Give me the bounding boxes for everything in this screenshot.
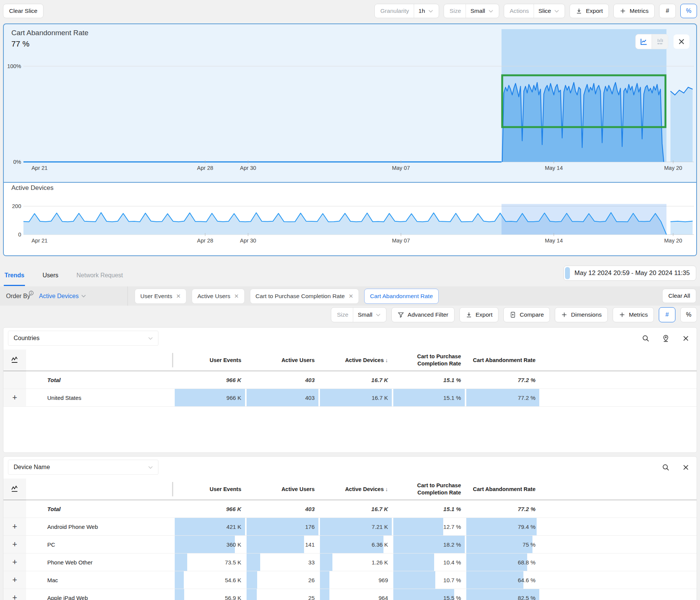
countries-panel: Countries User EventsActive UsersActive … <box>3 327 697 453</box>
chevron-down-icon <box>554 10 559 12</box>
divider <box>534 4 534 18</box>
line-chart-button[interactable] <box>636 34 652 49</box>
chip-cart-to-purchase-completion-rate[interactable]: Cart to Purchase Completion Rate✕ <box>250 289 359 304</box>
column-header-user-events[interactable]: User Events <box>175 479 245 500</box>
table-row: +United States966 K40316.7 K15.1 %77.2 % <box>3 389 697 407</box>
percent-mode-button[interactable]: % <box>680 4 697 18</box>
chart-current-value: 77 % <box>11 39 29 48</box>
table-metrics-button[interactable]: Metrics <box>613 307 654 322</box>
map-pin-icon[interactable] <box>662 334 670 342</box>
sparkline-icon <box>10 356 19 364</box>
dimensions-button[interactable]: Dimensions <box>555 307 608 322</box>
table-total-row: Total966 K40316.7 K15.1 %77.2 % <box>3 371 697 389</box>
chip-cart-abandonment-rate[interactable]: Cart Abandonment Rate <box>364 289 438 304</box>
chip-active-users[interactable]: Active Users✕ <box>192 289 245 304</box>
x-axis-tick-label: May 20 <box>664 238 682 244</box>
expand-row-button[interactable]: + <box>3 536 26 553</box>
number-mode-button[interactable]: # <box>659 4 676 18</box>
device-name-table: User EventsActive UsersActive Devices↓Ca… <box>3 479 697 600</box>
value-bar <box>247 553 260 571</box>
order-by-label: Order By <box>6 293 35 300</box>
value-bar <box>466 571 523 589</box>
actions-dropdown[interactable]: Actions Slice <box>504 4 565 18</box>
chip-user-events[interactable]: User Events✕ <box>135 289 186 304</box>
expand-row-button[interactable]: + <box>3 553 26 571</box>
expand-row-button[interactable]: + <box>3 589 26 600</box>
plus-icon <box>619 311 625 318</box>
value-bar <box>175 589 184 600</box>
clear-slice-button[interactable]: Clear Slice <box>3 4 43 18</box>
metrics-button[interactable]: Metrics <box>613 4 655 18</box>
table-export-button[interactable]: Export <box>459 307 499 322</box>
granularity-value: 1h <box>419 8 425 14</box>
expand-row-button[interactable]: + <box>3 571 26 589</box>
table-percent-mode-button[interactable]: % <box>680 307 697 322</box>
remove-chip-icon[interactable]: ✕ <box>176 293 181 300</box>
x-axis-tick-label: Apr 30 <box>240 238 256 244</box>
tab-trends[interactable]: Trends <box>5 265 24 286</box>
value-cell: 421 K <box>175 518 245 535</box>
order-by-dropdown[interactable]: Active Devices <box>39 293 86 300</box>
granularity-dropdown[interactable]: Granularity 1h <box>374 4 439 18</box>
value-cell: 15.5 % <box>393 589 465 600</box>
total-value-cell: 403 <box>247 500 318 518</box>
total-value-cell: 403 <box>247 371 318 389</box>
value-cell: 15.1 % <box>393 389 465 406</box>
countries-dimension-dropdown[interactable]: Countries <box>8 331 158 346</box>
column-header-cart-abandonment-rate[interactable]: Cart Abandonment Rate <box>466 479 539 500</box>
chevron-down-icon <box>489 10 493 12</box>
table-number-mode-button[interactable]: # <box>659 307 675 322</box>
bar-chart-button[interactable] <box>652 34 668 49</box>
value-cell: 64.6 % <box>466 571 539 589</box>
column-header-active-devices[interactable]: Active Devices↓ <box>320 350 392 371</box>
row-name: Apple iPad Web <box>28 589 173 600</box>
column-header-user-events[interactable]: User Events <box>175 350 245 371</box>
search-icon[interactable] <box>662 463 670 471</box>
tab-users[interactable]: Users <box>42 265 58 286</box>
column-header-cart-to-purchase-completion-rate[interactable]: Cart to Purchase Completion Rate <box>393 479 465 500</box>
column-header-active-users[interactable]: Active Users <box>247 479 318 500</box>
clear-all-button[interactable]: Clear All <box>662 289 696 303</box>
remove-chip-icon[interactable]: ✕ <box>234 293 239 300</box>
sparkline-toggle-button[interactable] <box>3 479 26 500</box>
tab-network-request[interactable]: Network Request <box>76 265 123 286</box>
column-header-cart-to-purchase-completion-rate[interactable]: Cart to Purchase Completion Rate <box>393 350 465 371</box>
value-bar <box>393 571 435 589</box>
export-button[interactable]: Export <box>570 4 609 18</box>
column-header-active-users[interactable]: Active Users <box>247 350 318 371</box>
value-bar <box>247 589 257 600</box>
column-header-cart-abandonment-rate[interactable]: Cart Abandonment Rate <box>466 350 539 371</box>
order-by-strip: Order By Active Devices User Events✕Acti… <box>0 286 700 306</box>
close-icon[interactable] <box>682 463 690 471</box>
remove-chip-icon[interactable]: ✕ <box>349 293 354 300</box>
chart-type-toggle <box>635 34 668 49</box>
compare-button[interactable]: Compare <box>503 307 550 322</box>
value-cell: 68.8 % <box>466 553 539 571</box>
analytics-dashboard: { "colors":{ "accent_blue":"#1a73e8","ch… <box>0 0 700 600</box>
value-cell: 10.4 % <box>393 553 465 571</box>
value-bar <box>320 571 329 589</box>
expand-row-button[interactable]: + <box>3 518 26 535</box>
value-bar <box>247 571 257 589</box>
close-icon[interactable] <box>682 334 690 342</box>
chevron-down-icon <box>148 337 153 340</box>
table-size-label: Size <box>337 311 348 318</box>
sparkline-toggle-button[interactable] <box>3 350 26 371</box>
device-name-panel: Device Name User EventsActive UsersActiv… <box>3 456 697 600</box>
device-dimension-dropdown[interactable]: Device Name <box>8 460 158 475</box>
table-row: +Apple iPad Web56.9 K2596415.5 %82.5 % <box>3 589 697 600</box>
expander-cell <box>3 371 26 389</box>
expander-cell <box>3 500 26 518</box>
expand-row-button[interactable]: + <box>3 389 26 406</box>
advanced-filter-button[interactable]: Advanced Filter <box>391 307 455 322</box>
column-header-active-devices[interactable]: Active Devices↓ <box>320 479 392 500</box>
chevron-down-icon <box>428 10 433 12</box>
size-dropdown[interactable]: Size Small <box>444 4 499 18</box>
date-range-picker[interactable]: May 12 2024 20:59 - May 20 2024 11:35 <box>563 266 696 281</box>
value-bar <box>320 589 329 600</box>
table-size-dropdown[interactable]: Size Small <box>331 307 386 322</box>
search-icon[interactable] <box>642 334 650 342</box>
sparkline-icon <box>10 485 19 493</box>
table-export-label: Export <box>476 311 493 318</box>
close-chart-button[interactable] <box>674 34 689 49</box>
